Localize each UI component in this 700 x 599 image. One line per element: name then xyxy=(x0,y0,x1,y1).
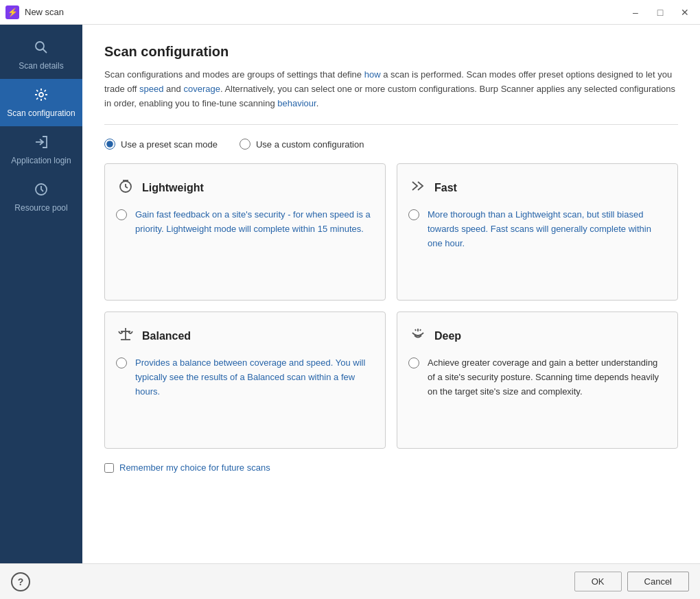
lightweight-radio-wrapper[interactable] xyxy=(116,209,127,222)
sidebar-item-scan-configuration-label: Scan configuration xyxy=(7,108,75,118)
page-description: Scan configurations and modes are groups… xyxy=(104,68,678,110)
balanced-radio[interactable] xyxy=(116,357,127,368)
balanced-card-header: Balanced xyxy=(116,326,371,347)
sidebar-item-application-login-label: Application login xyxy=(11,156,71,165)
deep-icon xyxy=(408,326,428,347)
minimize-button[interactable]: – xyxy=(626,4,645,21)
balanced-card-title: Balanced xyxy=(142,330,191,342)
deep-radio-wrapper[interactable] xyxy=(408,357,419,371)
balanced-card[interactable]: Balanced Provides a balance between cove… xyxy=(104,312,386,449)
svg-point-2 xyxy=(39,93,43,97)
deep-description: Achieve greater coverage and gain a bett… xyxy=(428,356,664,399)
sidebar-item-scan-details-label: Scan details xyxy=(19,61,63,71)
balanced-radio-wrapper[interactable] xyxy=(116,357,127,371)
window-title: New scan xyxy=(25,7,626,17)
section-divider xyxy=(104,124,678,125)
remember-choice-label[interactable]: Remember my choice for future scans xyxy=(119,462,270,473)
balanced-description: Provides a balance between coverage and … xyxy=(135,356,371,399)
title-bar: ⚡ New scan – □ ✕ xyxy=(0,0,700,25)
footer: ? OK Cancel xyxy=(0,563,700,599)
balanced-icon xyxy=(116,326,135,347)
svg-line-14 xyxy=(420,329,421,331)
ok-button[interactable]: OK xyxy=(574,572,622,591)
resource-pool-icon xyxy=(34,182,49,200)
deep-radio[interactable] xyxy=(408,357,419,368)
fast-card-header: Fast xyxy=(408,178,664,198)
window-controls: – □ ✕ xyxy=(626,4,695,21)
custom-radio-option[interactable]: Use a custom configuration xyxy=(240,139,364,150)
help-button[interactable]: ? xyxy=(11,572,30,591)
preset-radio-label: Use a preset scan mode xyxy=(121,139,218,150)
deep-card-title: Deep xyxy=(434,330,461,342)
deep-card-body: Achieve greater coverage and gain a bett… xyxy=(408,356,664,399)
app-icon: ⚡ xyxy=(5,5,19,19)
close-button[interactable]: ✕ xyxy=(675,4,695,21)
sidebar-item-resource-pool[interactable]: Resource pool xyxy=(0,174,82,221)
content-area: Scan configuration Scan configurations a… xyxy=(82,25,700,563)
fast-icon xyxy=(408,178,428,198)
maximize-button[interactable]: □ xyxy=(651,4,670,21)
lightweight-icon xyxy=(116,178,135,198)
fast-description: More thorough than a Lightweight scan, b… xyxy=(428,208,664,250)
fast-card-title: Fast xyxy=(434,182,457,194)
main-area: Scan details Scan configuration Applicat… xyxy=(0,25,700,563)
scan-modes-grid: Lightweight Gain fast feedback on a site… xyxy=(104,163,678,449)
fast-card-body: More thorough than a Lightweight scan, b… xyxy=(408,208,664,250)
footer-left: ? xyxy=(11,572,574,591)
svg-line-13 xyxy=(415,329,416,331)
svg-point-0 xyxy=(36,42,44,50)
fast-card[interactable]: Fast More thorough than a Lightweight sc… xyxy=(397,163,678,301)
lightweight-card-title: Lightweight xyxy=(142,182,204,194)
cancel-button[interactable]: Cancel xyxy=(627,572,689,591)
lightweight-radio[interactable] xyxy=(116,209,127,220)
sidebar: Scan details Scan configuration Applicat… xyxy=(0,25,82,563)
sidebar-item-resource-pool-label: Resource pool xyxy=(14,203,67,213)
deep-card[interactable]: Deep Achieve greater coverage and gain a… xyxy=(397,312,678,449)
preset-radio-option[interactable]: Use a preset scan mode xyxy=(104,139,218,150)
fast-radio-wrapper[interactable] xyxy=(408,209,419,222)
scan-mode-radio-group: Use a preset scan mode Use a custom conf… xyxy=(104,139,678,150)
application-login-icon xyxy=(34,134,49,153)
sidebar-item-application-login[interactable]: Application login xyxy=(0,126,82,174)
fast-radio[interactable] xyxy=(408,209,419,220)
balanced-card-body: Provides a balance between coverage and … xyxy=(116,356,371,399)
footer-buttons: OK Cancel xyxy=(574,572,689,591)
remember-choice-checkbox[interactable] xyxy=(104,463,114,473)
deep-card-header: Deep xyxy=(408,326,664,347)
lightweight-card-header: Lightweight xyxy=(116,178,371,198)
lightweight-card[interactable]: Lightweight Gain fast feedback on a site… xyxy=(104,163,386,301)
lightweight-card-body: Gain fast feedback on a site's security … xyxy=(116,208,371,237)
svg-line-1 xyxy=(43,49,47,54)
preset-radio-input[interactable] xyxy=(104,139,115,150)
sidebar-item-scan-configuration[interactable]: Scan configuration xyxy=(0,79,82,126)
scan-details-icon xyxy=(34,40,49,58)
custom-radio-input[interactable] xyxy=(240,139,250,150)
scan-configuration-icon xyxy=(34,87,49,106)
lightweight-description: Gain fast feedback on a site's security … xyxy=(135,208,371,237)
page-title: Scan configuration xyxy=(104,44,678,60)
custom-radio-label: Use a custom configuration xyxy=(256,139,364,150)
remember-choice-row: Remember my choice for future scans xyxy=(104,462,678,473)
sidebar-item-scan-details[interactable]: Scan details xyxy=(0,32,82,79)
